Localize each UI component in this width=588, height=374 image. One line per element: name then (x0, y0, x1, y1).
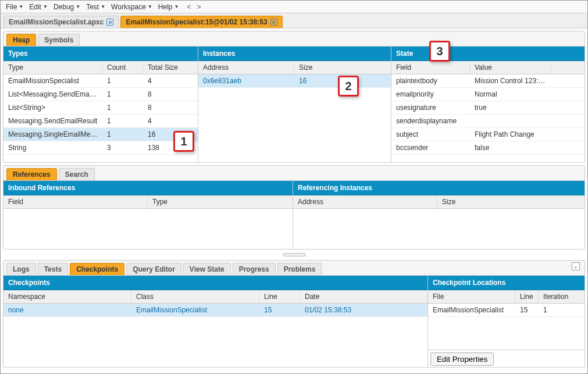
table-row[interactable]: EmailMissionSpecialist151 (428, 304, 585, 317)
file-tab-checkpoint[interactable]: EmailMissionSpecialist:15@01/02 15:38:53… (120, 16, 282, 28)
checkpoints-grid-head: Namespace Class Line Date (3, 290, 427, 304)
table-row[interactable]: 0x6e831aeb16 (198, 74, 391, 88)
col-iteration[interactable]: Iteration (539, 290, 585, 303)
menu-debug[interactable]: Debug▼ (51, 2, 83, 12)
inbound-grid-head: Field Type (3, 195, 293, 209)
table-row[interactable]: Messaging.SingleEmailMessage116 (3, 128, 198, 141)
table-cell: EmailMissionSpecialist (131, 304, 259, 316)
bottom-section: Logs Tests Checkpoints Query Editor View… (3, 260, 585, 368)
table-row[interactable]: EmailMissionSpecialist14 (3, 74, 198, 88)
callout-3: 3 (429, 41, 450, 62)
col-value[interactable]: Value (470, 61, 551, 74)
table-row[interactable]: senderdisplayname (391, 115, 585, 128)
menu-file[interactable]: File▼ (3, 2, 26, 12)
expand-icon[interactable]: ⌄ (572, 262, 580, 270)
col-extra (551, 61, 585, 74)
references-tabs: References Search (3, 166, 585, 181)
drag-handle[interactable] (1, 252, 587, 258)
table-cell (551, 128, 585, 141)
table-row[interactable]: Messaging.SendEmailResult14 (3, 115, 198, 128)
col-total[interactable]: Total Size (143, 61, 198, 74)
bottom-tabs: Logs Tests Checkpoints Query Editor View… (3, 261, 585, 276)
nav-forward[interactable]: > (197, 3, 201, 11)
col-type[interactable]: Type (3, 61, 102, 74)
tab-logs[interactable]: Logs (6, 263, 36, 275)
col-namespace[interactable]: Namespace (3, 290, 131, 303)
col-address[interactable]: Address (198, 61, 294, 74)
tab-references[interactable]: References (6, 168, 57, 180)
table-row[interactable]: plaintextbodyMission Control 123: Yo... (391, 74, 585, 88)
table-cell (551, 74, 585, 87)
caret-icon: ▼ (76, 4, 80, 9)
menu-test[interactable]: Test▼ (84, 2, 108, 12)
tab-symbols[interactable]: Symbols (38, 34, 80, 46)
heap-section: Heap Symbols Types Type Count Total Size… (3, 31, 585, 163)
caret-icon: ▼ (174, 4, 179, 9)
col-size[interactable]: Size (294, 61, 391, 74)
tab-tests[interactable]: Tests (38, 263, 68, 275)
col-address[interactable]: Address (293, 195, 437, 208)
tab-search[interactable]: Search (59, 168, 95, 180)
heap-tabs: Heap Symbols (3, 31, 585, 47)
col-class[interactable]: Class (131, 290, 259, 303)
table-row[interactable]: List<Messaging.SendEmailRes...18 (3, 88, 198, 101)
col-size[interactable]: Size (437, 195, 585, 208)
callout-1: 1 (173, 131, 194, 152)
table-cell: 1 (102, 88, 143, 101)
table-cell: 1 (539, 304, 585, 316)
state-grid-body: plaintextbodyMission Control 123: Yo...e… (391, 74, 585, 162)
col-line[interactable]: Line (259, 290, 300, 303)
table-row[interactable]: String3138 (3, 141, 198, 155)
close-icon[interactable]: × (270, 19, 277, 26)
tab-heap[interactable]: Heap (6, 34, 36, 46)
table-cell: 1 (102, 101, 143, 114)
tab-label: EmailMissionSpecialist.apxc (9, 18, 104, 26)
menu-help[interactable]: Help▼ (156, 2, 181, 12)
close-icon[interactable]: × (106, 19, 113, 26)
inbound-header: Inbound References (3, 181, 293, 195)
table-cell: true (470, 101, 551, 114)
table-cell: 3 (102, 141, 143, 154)
col-type[interactable]: Type (148, 195, 293, 208)
table-cell: Messaging.SendEmailResult (3, 115, 102, 127)
nav-arrows: < > (187, 3, 201, 11)
tab-progress[interactable]: Progress (233, 263, 276, 275)
col-date[interactable]: Date (300, 290, 427, 303)
state-grid-head: Field Value (391, 61, 585, 74)
tab-checkpoints[interactable]: Checkpoints (70, 263, 124, 275)
table-cell (551, 141, 585, 154)
table-row[interactable]: subjectFlight Path Change (391, 128, 585, 141)
menu-edit[interactable]: Edit▼ (27, 2, 50, 12)
tab-view-state[interactable]: View State (183, 263, 231, 275)
table-cell: plaintextbody (391, 74, 470, 87)
table-row[interactable]: bccsenderfalse (391, 141, 585, 155)
nav-back[interactable]: < (187, 3, 191, 11)
table-row[interactable]: usesignaturetrue (391, 101, 585, 115)
tab-query-editor[interactable]: Query Editor (126, 263, 181, 275)
references-section: References Search Inbound References Fie… (3, 165, 585, 250)
refinst-panel: Referencing Instances Address Size (293, 181, 585, 250)
menubar: File▼ Edit▼ Debug▼ Test▼ Workspace▼ Help… (1, 1, 587, 13)
col-count[interactable]: Count (102, 61, 143, 74)
col-file[interactable]: File (428, 290, 515, 303)
table-cell: bccsender (391, 141, 470, 154)
refinst-grid-head: Address Size (293, 195, 585, 209)
table-cell (551, 88, 585, 101)
table-row[interactable]: List<String>18 (3, 101, 198, 115)
edit-properties-button[interactable]: Edit Properties (430, 352, 494, 366)
table-cell: Normal (470, 88, 551, 101)
col-line[interactable]: Line (515, 290, 539, 303)
table-cell: Flight Path Change (470, 128, 551, 141)
tab-problems[interactable]: Problems (277, 263, 322, 275)
table-row[interactable]: emailpriorityNormal (391, 88, 585, 101)
col-field[interactable]: Field (3, 195, 148, 208)
table-cell: EmailMissionSpecialist (3, 74, 102, 87)
table-cell: subject (391, 128, 470, 141)
file-tab-apxc[interactable]: EmailMissionSpecialist.apxc × (3, 16, 119, 28)
table-cell: 15 (259, 304, 300, 316)
table-row[interactable]: noneEmailMissionSpecialist1501/02 15:38:… (3, 304, 427, 317)
types-grid-head: Type Count Total Size (3, 61, 198, 74)
menu-workspace[interactable]: Workspace▼ (109, 2, 155, 12)
table-cell: emailpriority (391, 88, 470, 101)
col-field[interactable]: Field (391, 61, 470, 74)
